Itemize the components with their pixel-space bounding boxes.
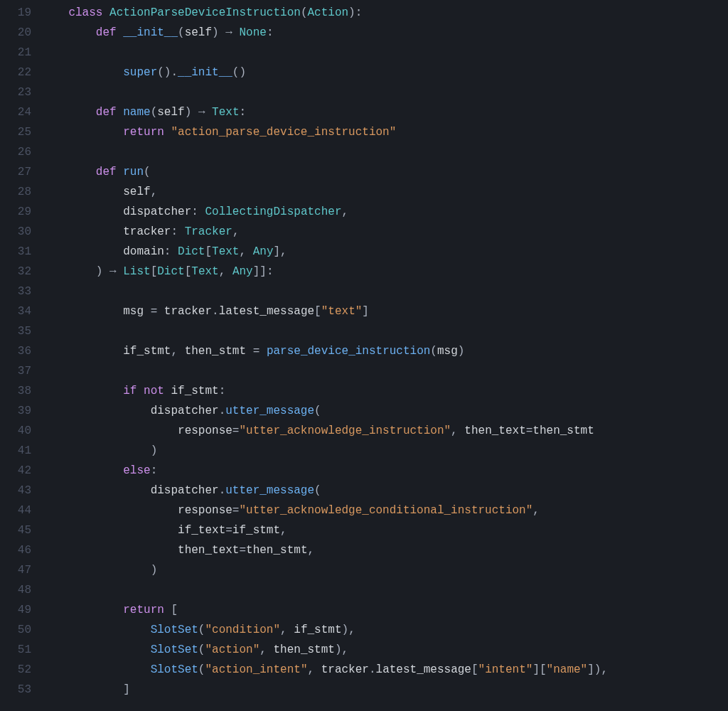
- code-line[interactable]: [41, 321, 728, 341]
- token-pl: [41, 544, 178, 557]
- line-number: 31: [0, 242, 31, 262]
- token-str: "intent": [478, 663, 533, 676]
- token-str: "utter_acknowledge_instruction": [239, 424, 451, 437]
- token-op: ): [594, 663, 601, 676]
- code-line[interactable]: SlotSet("condition", if_stmt),: [41, 620, 728, 640]
- token-kw: class: [68, 6, 102, 19]
- token-fn: super: [123, 66, 157, 79]
- token-op: ]: [532, 663, 540, 676]
- token-op: =: [151, 305, 158, 318]
- code-line[interactable]: ]: [41, 680, 728, 700]
- token-pl: [164, 604, 171, 616]
- token-op: ,: [307, 544, 314, 557]
- code-line[interactable]: dispatcher.utter_message(: [41, 481, 728, 501]
- token-typ: Text: [212, 245, 239, 258]
- line-number: 46: [0, 540, 31, 560]
- code-line[interactable]: class ActionParseDeviceInstruction(Actio…: [41, 3, 728, 23]
- code-line[interactable]: [41, 361, 728, 381]
- token-pl: tracker: [164, 305, 212, 318]
- token-op: (: [198, 643, 205, 656]
- token-op: ,: [171, 345, 178, 358]
- code-line[interactable]: if_stmt, then_stmt = parse_device_instru…: [41, 341, 728, 361]
- token-pl: [164, 126, 171, 139]
- token-op: →: [109, 265, 117, 278]
- line-number: 47: [0, 560, 31, 580]
- token-pl: response: [178, 504, 232, 517]
- token-pl: [41, 504, 178, 517]
- token-pl: [41, 225, 123, 238]
- code-line[interactable]: SlotSet("action_intent", tracker.latest_…: [41, 660, 728, 680]
- token-pl: [41, 524, 178, 537]
- code-line[interactable]: dispatcher.utter_message(: [41, 401, 728, 421]
- token-pl: [198, 205, 205, 218]
- code-line[interactable]: super().__init__(): [41, 63, 728, 82]
- code-editor[interactable]: 1920212223242526272829303132333435363738…: [0, 3, 728, 700]
- code-line[interactable]: [41, 82, 728, 102]
- token-fn: run: [123, 166, 144, 178]
- code-line[interactable]: def __init__(self) → None:: [41, 23, 728, 43]
- code-line[interactable]: tracker: Tracker,: [41, 222, 728, 242]
- token-fn: parse_device_instruction: [267, 345, 430, 358]
- token-kw: return: [123, 604, 164, 616]
- code-line[interactable]: ) → List[Dict[Text, Any]]:: [41, 262, 728, 282]
- code-area[interactable]: class ActionParseDeviceInstruction(Actio…: [41, 3, 728, 700]
- token-pl: [41, 424, 178, 437]
- code-line[interactable]: [41, 142, 728, 162]
- code-line[interactable]: ): [41, 560, 728, 580]
- line-number: 22: [0, 63, 31, 82]
- token-pl: [178, 345, 185, 358]
- code-line[interactable]: [41, 580, 728, 600]
- code-line[interactable]: ): [41, 441, 728, 461]
- code-line[interactable]: domain: Dict[Text, Any],: [41, 242, 728, 262]
- token-kw: return: [123, 126, 164, 139]
- token-pl: [41, 66, 123, 79]
- code-line[interactable]: return [: [41, 600, 728, 620]
- token-pl: [41, 385, 123, 397]
- token-typ: Any: [253, 245, 274, 258]
- token-str: "name": [547, 663, 588, 676]
- token-pl: [41, 166, 96, 178]
- token-pl: [41, 265, 96, 278]
- token-str: "condition": [205, 624, 280, 636]
- token-op: (: [314, 484, 321, 497]
- token-op: .: [171, 66, 178, 79]
- token-op: ]: [123, 683, 130, 696]
- line-number: 45: [0, 520, 31, 540]
- code-line[interactable]: return "action_parse_device_instruction": [41, 122, 728, 142]
- token-str: "text": [321, 305, 363, 318]
- code-line[interactable]: dispatcher: CollectingDispatcher,: [41, 202, 728, 222]
- code-line[interactable]: self,: [41, 182, 728, 202]
- code-line[interactable]: else:: [41, 461, 728, 481]
- token-pl: [117, 265, 124, 278]
- token-pl: [232, 26, 240, 39]
- token-pl: [314, 663, 321, 676]
- token-pl: [102, 6, 109, 19]
- code-line[interactable]: msg = tracker.latest_message["text"]: [41, 301, 728, 321]
- token-op: ): [348, 6, 355, 19]
- code-line[interactable]: SlotSet("action", then_stmt),: [41, 640, 728, 660]
- code-line[interactable]: then_text=then_stmt,: [41, 540, 728, 560]
- token-pl: [41, 663, 151, 676]
- code-line[interactable]: [41, 282, 728, 301]
- line-number: 28: [0, 182, 31, 202]
- code-line[interactable]: def run(: [41, 162, 728, 182]
- token-pl: [41, 6, 68, 19]
- token-pl: then_stmt: [185, 345, 246, 358]
- code-line[interactable]: if_text=if_stmt,: [41, 520, 728, 540]
- token-op: ,: [341, 205, 348, 218]
- token-pl: [41, 305, 123, 318]
- line-number: 36: [0, 341, 31, 361]
- token-pl: if_text: [178, 524, 225, 537]
- token-pl: [41, 643, 151, 656]
- code-line[interactable]: [41, 43, 728, 63]
- token-op: :: [191, 205, 198, 218]
- token-op: ,: [259, 643, 267, 656]
- code-line[interactable]: response="utter_acknowledge_instruction"…: [41, 421, 728, 441]
- code-line[interactable]: if not if_stmt:: [41, 381, 728, 401]
- code-line[interactable]: response="utter_acknowledge_conditional_…: [41, 501, 728, 520]
- token-pl: [246, 345, 253, 358]
- token-op: ,: [601, 663, 608, 676]
- token-op: ): [342, 624, 349, 636]
- token-kw: not: [144, 385, 164, 397]
- code-line[interactable]: def name(self) → Text:: [41, 102, 728, 122]
